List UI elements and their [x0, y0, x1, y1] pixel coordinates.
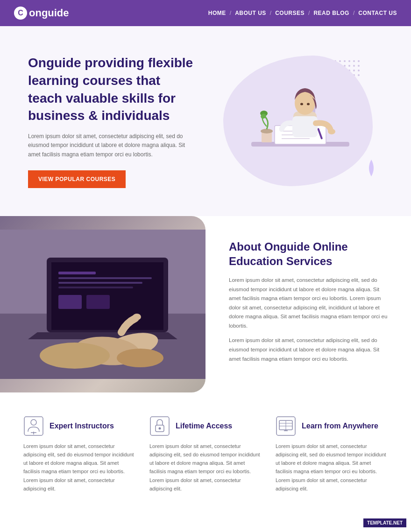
- nav-blog[interactable]: READ BLOG: [313, 10, 349, 16]
- nav-sep-2: /: [270, 10, 271, 16]
- feature-desc-0: Lorem ipsum dolor sit amet, consectetur …: [23, 442, 135, 493]
- feature-desc-2: Lorem ipsum dolor sit amet, consectetur …: [276, 442, 388, 493]
- view-courses-button[interactable]: VIEW POPULAR COURSES: [28, 170, 126, 188]
- hero-title: Onguide providing flexible learning cour…: [28, 54, 196, 125]
- feature-title-2: Learn from Anywhere: [302, 421, 378, 430]
- hero-illustration-blob: [223, 56, 373, 186]
- nav-about[interactable]: ABOUT US: [235, 10, 266, 16]
- logo: C onguide: [14, 7, 69, 20]
- about-section: About Onguide Online Education Services …: [0, 216, 411, 392]
- features-section: Expert Instructors Lorem ipsum dolor sit…: [0, 392, 411, 516]
- svg-rect-32: [86, 295, 110, 309]
- feature-card-0: Expert Instructors Lorem ipsum dolor sit…: [23, 416, 135, 493]
- template-badge: TEMPLATE.NET: [363, 518, 406, 527]
- hero-left: Onguide providing flexible learning cour…: [28, 54, 208, 188]
- feature-header-1: Lifetime Access: [149, 416, 262, 436]
- courses-section: Popular Courses Offered by Onguide Onlin…: [0, 516, 411, 532]
- svg-point-26: [117, 349, 163, 367]
- svg-rect-29: [58, 282, 142, 284]
- logo-text: onguide: [29, 7, 69, 19]
- nav-contact[interactable]: CONTACT US: [358, 10, 397, 16]
- nav-courses[interactable]: COURSES: [275, 10, 305, 16]
- feature-header-0: Expert Instructors: [23, 416, 135, 436]
- about-para-1: Lorem ipsum dolor sit amet, consectetur …: [229, 276, 388, 330]
- main-nav: HOME / ABOUT US / COURSES / READ BLOG / …: [208, 10, 397, 16]
- hero-deco-leaf: [364, 159, 378, 179]
- feature-header-2: Learn from Anywhere: [276, 416, 388, 436]
- about-image: [0, 216, 206, 392]
- svg-point-24: [133, 314, 141, 320]
- about-right: About Onguide Online Education Services …: [206, 216, 411, 392]
- svg-point-16: [328, 129, 335, 134]
- hero-right: [208, 56, 388, 186]
- lock-icon: [149, 416, 170, 436]
- feature-card-1: Lifetime Access Lorem ipsum dolor sit am…: [149, 416, 262, 493]
- svg-point-6: [261, 129, 273, 133]
- feature-title-0: Expert Instructors: [50, 421, 114, 430]
- about-illustration: [0, 230, 206, 379]
- about-para-2: Lorem ipsum dolor sit amet, consectetur …: [229, 336, 388, 364]
- nav-sep-4: /: [353, 10, 354, 16]
- svg-rect-12: [292, 116, 318, 137]
- hero-desc: Lorem ipsum dolor sit amet, consectetur …: [28, 132, 187, 159]
- svg-rect-28: [58, 277, 152, 279]
- hero-illustration: [237, 70, 359, 172]
- svg-point-25: [40, 343, 110, 369]
- logo-circle: C: [14, 7, 27, 20]
- nav-sep-3: /: [308, 10, 310, 16]
- svg-rect-31: [58, 295, 82, 309]
- svg-point-15: [307, 103, 310, 105]
- svg-rect-30: [58, 287, 133, 288]
- nav-sep-1: /: [230, 10, 231, 16]
- svg-point-14: [300, 103, 303, 105]
- globe-icon: [276, 416, 296, 436]
- hero-section: Onguide providing flexible learning cour…: [0, 26, 411, 216]
- site-header: C onguide HOME / ABOUT US / COURSES / RE…: [0, 0, 411, 26]
- feature-desc-1: Lorem ipsum dolor sit amet, consectetur …: [149, 442, 262, 493]
- svg-point-34: [31, 420, 36, 425]
- about-image-inner: [0, 216, 206, 392]
- instructor-icon: [23, 416, 44, 436]
- svg-point-39: [159, 427, 161, 430]
- feature-title-1: Lifetime Access: [176, 421, 232, 430]
- feature-card-2: Learn from Anywhere Lorem ipsum dolor si…: [276, 416, 388, 493]
- nav-home[interactable]: HOME: [208, 10, 226, 16]
- svg-rect-27: [58, 272, 96, 274]
- about-title: About Onguide Online Education Services: [229, 239, 388, 268]
